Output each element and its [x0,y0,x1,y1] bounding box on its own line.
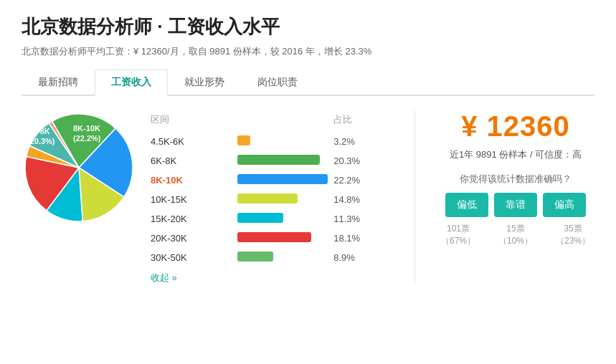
bar-cell [237,248,333,267]
tab-latest-jobs[interactable]: 最新招聘 [22,70,95,96]
range-cell: 8K-10K [151,171,237,190]
left-panel: 6K-8K(20.3%) 8K-10K(22.2%) 区间 占比 4.5K-6K… [22,110,415,284]
vote-btn-2[interactable]: 偏高 [543,193,586,217]
pct-cell: 20.3% [333,151,400,171]
col-bar-header [237,110,333,132]
pie-label-8k10k: 8K-10K(22.2%) [73,123,101,144]
table-row: 15K-20K11.3% [151,209,400,229]
pct-cell: 22.2% [333,171,400,190]
pct-cell: 18.1% [333,229,400,248]
tab-employment[interactable]: 就业形势 [168,70,241,96]
range-cell: 6K-8K [151,151,237,171]
bar-cell [237,229,333,248]
vote-buttons: 偏低靠谱偏高 [445,193,586,217]
bar-cell [237,209,333,229]
bar-cell [237,190,333,209]
table-row: 10K-15K14.8% [151,190,400,209]
vote-count-2: 35票（23%） [547,223,599,247]
vote-question: 你觉得该统计数据准确吗？ [460,173,572,186]
tab-responsibilities[interactable]: 岗位职责 [241,70,314,96]
range-table: 区间 占比 4.5K-6K3.2%6K-8K20.3%8K-10K22.2%10… [151,110,400,284]
pie-label-6k8k: 6K-8K(20.3%) [27,126,55,147]
table-row: 20K-30K18.1% [151,229,400,248]
col-range-header: 区间 [151,110,237,132]
range-cell: 10K-15K [151,190,237,209]
vote-btn-1[interactable]: 靠谱 [494,193,537,217]
range-cell: 4.5K-6K [151,132,237,151]
table-row: 8K-10K22.2% [151,171,400,190]
bar-cell [237,132,333,151]
pct-cell: 3.2% [333,132,400,151]
table-row: 4.5K-6K3.2% [151,132,400,151]
vote-count-0: 101票（67%） [432,223,484,247]
right-panel: ¥ 12360 近1年 9891 份样本 / 可信度：高 你觉得该统计数据准确吗… [422,110,594,284]
bar-cell [237,151,333,171]
bar-cell [237,171,333,190]
table-row: 6K-8K20.3% [151,151,400,171]
range-cell: 15K-20K [151,209,237,229]
vote-counts: 101票（67%）15票（10%）35票（23%） [432,223,599,247]
pct-cell: 14.8% [333,190,400,209]
range-cell: 30K-50K [151,248,237,267]
subtitle: 北京数据分析师平均工资：¥ 12360/月，取自 9891 份样本，较 2016… [22,45,594,58]
content-area: 6K-8K(20.3%) 8K-10K(22.2%) 区间 占比 4.5K-6K… [22,110,594,284]
col-pct-header: 占比 [333,110,400,132]
collapse-link[interactable]: 收起 » [151,267,400,284]
sample-info: 近1年 9891 份样本 / 可信度：高 [450,148,582,161]
table-row: 30K-50K8.9% [151,248,400,267]
pct-cell: 8.9% [333,248,400,267]
salary-amount: ¥ 12360 [461,110,570,143]
pie-chart-container: 6K-8K(20.3%) 8K-10K(22.2%) [22,110,136,284]
pct-cell: 11.3% [333,209,400,229]
tab-bar: 最新招聘 工资收入 就业形势 岗位职责 [22,70,594,96]
page-title: 北京数据分析师 · 工资收入水平 [22,14,594,39]
tab-salary[interactable]: 工资收入 [95,70,168,96]
vote-count-1: 15票（10%） [490,223,541,247]
vote-btn-0[interactable]: 偏低 [445,193,488,217]
range-cell: 20K-30K [151,229,237,248]
